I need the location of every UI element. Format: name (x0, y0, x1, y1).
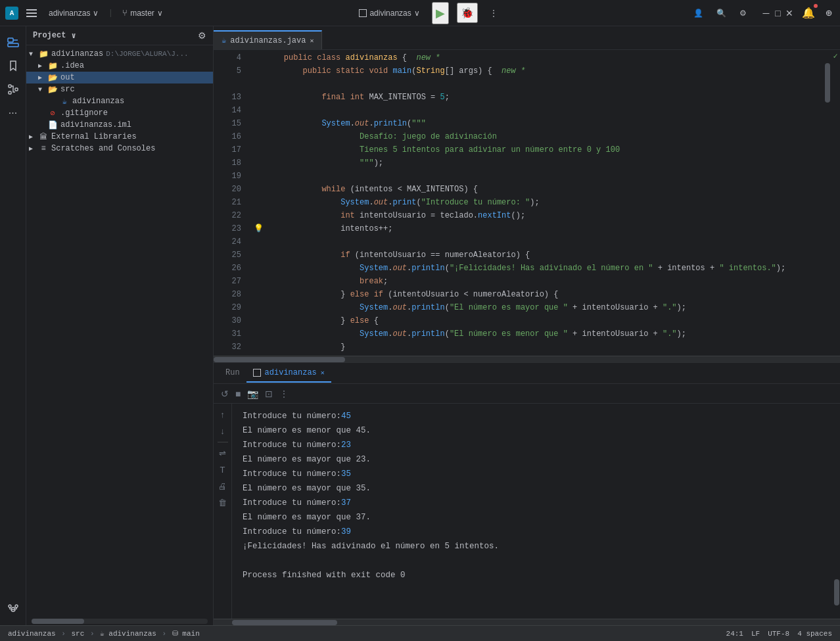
folder-src-icon: 📂 (47, 84, 58, 95)
code-line-25: if (intentoUsuario == numeroAleatorio) { (252, 249, 824, 262)
status-breadcrumb[interactable]: adivinanzas › src › ☕ adivinanzas › ⛁ ma… (8, 629, 200, 638)
editor-area: ☕ adivinanzas.java ✕ 4 5 13 14 15 16 17 … (214, 26, 840, 625)
scroll-up-btn[interactable]: ↑ (218, 408, 227, 421)
run-window-icon (253, 369, 261, 377)
branch-btn[interactable]: ⑂ master ∨ (118, 5, 167, 20)
maximize-button[interactable]: □ (773, 9, 782, 18)
code-line-30: } else { (252, 314, 824, 327)
project-title: Project (33, 31, 66, 40)
status-encoding[interactable]: UTF-8 (768, 630, 789, 638)
bookmark-icon-btn[interactable] (3, 55, 24, 76)
console-line-10: ¡Felicidades! Has adivinado el número en… (243, 539, 826, 554)
check-mark: ✓ (833, 51, 837, 61)
code-line-13: final int MAX_INTENTOS = 5; (252, 91, 824, 104)
editor-hscroll[interactable] (214, 356, 840, 362)
project-icon-btn[interactable] (3, 32, 24, 53)
bottom-tab-bar: Run adivinanzas ✕ (214, 363, 840, 384)
iml-file-icon: 📄 (47, 120, 58, 130)
status-bar: adivinanzas › src › ☕ adivinanzas › ⛁ ma… (0, 625, 840, 641)
more-tools-btn[interactable]: ··· (3, 103, 24, 124)
settings-button[interactable]: ⚙ (735, 6, 751, 20)
debug-button[interactable]: 🐞 (457, 3, 478, 23)
stop-btn[interactable]: ■ (233, 387, 243, 401)
status-line-ending[interactable]: LF (751, 630, 760, 638)
run-button[interactable]: ▶ (432, 2, 449, 24)
run-tab-label[interactable]: Run (219, 364, 246, 383)
right-gutter: ✓ (831, 50, 840, 356)
code-line-27: break; (252, 275, 824, 288)
svg-rect-1 (8, 43, 18, 47)
status-position[interactable]: 24:1 (726, 630, 743, 638)
tree-item-root[interactable]: ▼ 📁 adivinanzas D:\JORGE\ALURA\J... (26, 48, 213, 60)
divider: | (108, 8, 113, 18)
line-numbers: 4 5 13 14 15 16 17 18 19 20 21 22 23 24 … (214, 50, 246, 356)
code-content[interactable]: public class adivinanzas { new * public … (246, 50, 824, 356)
code-editor[interactable]: 4 5 13 14 15 16 17 18 19 20 21 22 23 24 … (214, 50, 831, 356)
console-output: Introduce tu número: 45 El número es men… (235, 404, 833, 619)
bottom-panel: Run adivinanzas ✕ ↺ ■ 📷 ⊡ ⋮ ↑ (214, 362, 840, 625)
tree-item-gitignore[interactable]: ▶ ⊘ .gitignore (26, 107, 213, 119)
folder-icon: 📁 (38, 49, 49, 59)
folder-out-icon: 📂 (47, 72, 58, 83)
folder-idea-icon: 📁 (47, 60, 58, 71)
console-hscroll[interactable] (214, 619, 840, 625)
split-btn[interactable]: ⊡ (263, 387, 275, 401)
project-name-btn[interactable]: adivinanzas ∨ (45, 6, 103, 20)
close-button[interactable]: ✕ (785, 9, 794, 18)
code-line-24 (252, 235, 824, 249)
code-line-32: } (252, 341, 824, 354)
tree-item-src[interactable]: ▼ 📂 src (26, 83, 213, 95)
tab-adivinanzas[interactable]: ☕ adivinanzas.java ✕ (214, 30, 322, 49)
project-hscroll[interactable] (32, 619, 208, 624)
console-toolbar: ↺ ■ 📷 ⊡ ⋮ (214, 384, 840, 404)
tree-item-out[interactable]: ▶ 📂 out (26, 72, 213, 83)
more-button[interactable]: ⋮ (486, 6, 502, 20)
code-line-15: System.out.println(""" (252, 117, 824, 130)
bulb-icon[interactable]: 💡 (252, 222, 265, 235)
window-project-btn[interactable]: adivinanzas ∨ (355, 6, 423, 20)
tree-item-idea[interactable]: ▶ 📁 .idea (26, 60, 213, 72)
rerun-btn[interactable]: ↺ (219, 387, 231, 401)
run-tab-close[interactable]: ✕ (321, 369, 325, 377)
console-more-btn[interactable]: ⋮ (277, 387, 291, 401)
delete-btn[interactable]: 🗑 (216, 496, 229, 510)
tree-item-scratches[interactable]: ▶ ≡ Scratches and Consoles (26, 143, 213, 154)
project-settings-btn[interactable]: ⚙ (198, 30, 206, 41)
search-button[interactable]: 🔍 (712, 6, 730, 20)
code-line-26: System.out.println("¡Felicidades! Has ad… (252, 262, 824, 275)
code-line-gap (252, 78, 824, 91)
editor-main: 4 5 13 14 15 16 17 18 19 20 21 22 23 24 … (214, 50, 840, 356)
status-bar-right: 24:1 LF UTF-8 4 spaces (726, 630, 832, 638)
status-indent[interactable]: 4 spaces (797, 630, 832, 638)
window-icon (359, 9, 367, 17)
screenshot-btn[interactable]: 📷 (245, 387, 260, 401)
code-line-18: """); (252, 156, 824, 170)
editor-vscroll[interactable] (824, 50, 831, 356)
hamburger-menu[interactable] (24, 7, 39, 20)
console-line-blank (243, 554, 826, 568)
tab-close-btn[interactable]: ✕ (310, 37, 314, 45)
extlib-icon: 🏛 (38, 131, 49, 142)
structure-icon-btn[interactable] (3, 79, 24, 100)
tree-item-extlib[interactable]: ▶ 🏛 External Libraries (26, 131, 213, 143)
adivinanzas-run-tab[interactable]: adivinanzas ✕ (246, 364, 331, 383)
tree-item-iml[interactable]: ▶ 📄 adivinanzas.iml (26, 119, 213, 131)
console-line-3: Introduce tu número: 23 (243, 438, 826, 452)
ai-button[interactable]: ⊕ (823, 4, 835, 22)
console-vscroll[interactable] (833, 404, 840, 619)
svg-rect-2 (9, 85, 11, 87)
profile-button[interactable]: 👤 (689, 6, 707, 20)
wrap-btn[interactable]: ⇌ (217, 446, 228, 460)
tree-item-java[interactable]: ▶ ☕ adivinanzas (26, 95, 213, 107)
notification-button[interactable]: 🔔 (799, 4, 818, 22)
minimize-button[interactable]: ─ (761, 9, 770, 18)
notification-dot (814, 4, 818, 8)
git-icon-btn[interactable] (3, 599, 24, 620)
title-bar: A adivinanzas ∨ | ⑂ master ∨ adivinanzas… (0, 0, 840, 26)
code-line-17: Tienes 5 intentos para adivinar un númer… (252, 143, 824, 156)
console-line-7: Introduce tu número: 37 (243, 496, 826, 510)
scroll-down-btn[interactable]: ↓ (218, 424, 227, 438)
main-area: ··· Project ∨ ⚙ ▼ 📁 adivinanzas D:\JORGE… (0, 26, 840, 625)
format-btn[interactable]: T (218, 463, 227, 477)
print-btn[interactable]: 🖨 (216, 479, 229, 493)
